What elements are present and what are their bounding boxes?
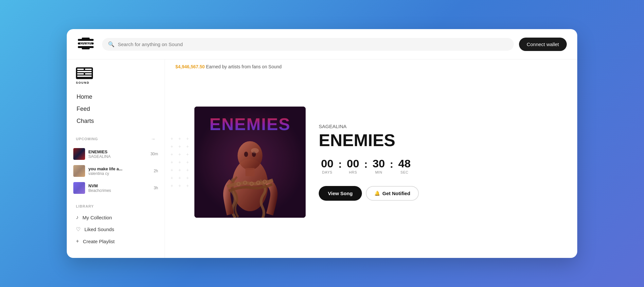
nav-items: Home Feed Charts <box>67 91 165 127</box>
connect-wallet-button[interactable]: Connect wallet <box>519 38 567 51</box>
upcoming-time-enemies: 30m <box>151 152 158 156</box>
plus-icon: + <box>76 238 79 244</box>
dot: + <box>170 176 173 179</box>
library-label: LIBRARY <box>67 203 165 211</box>
upcoming-artist-enemies: SAGEALINA <box>88 154 147 159</box>
dots-row-7: + + + <box>170 184 189 187</box>
svg-rect-3 <box>82 38 90 40</box>
dot: + <box>170 168 173 172</box>
upcoming-info-enemies: ENEMIES SAGEALINA <box>88 149 147 159</box>
content-area: $4,946,567.50 Earned by artists from fan… <box>165 59 577 258</box>
upcoming-label: UPCOMING <box>76 137 98 141</box>
dot: + <box>170 184 173 187</box>
nav-item-charts[interactable]: Charts <box>73 115 158 127</box>
countdown-days: 00 DAYS <box>319 158 336 174</box>
upcoming-list: ENEMIES SAGEALINA 30m you make life a...… <box>67 145 165 196</box>
dot: + <box>186 160 189 164</box>
music-note-icon: ♪ <box>76 214 79 220</box>
library-item-collection[interactable]: ♪ My Collection <box>67 211 165 223</box>
upcoming-item-nvm[interactable]: NVM Beachcrimes 3h <box>67 179 165 196</box>
dots-row-1: + + + <box>170 137 189 140</box>
dot: + <box>170 145 173 148</box>
upcoming-item-enemies[interactable]: ENEMIES SAGEALINA 30m <box>67 145 165 162</box>
dot: + <box>170 153 173 156</box>
dots-row-4: + + + <box>170 160 189 164</box>
dot: + <box>170 160 173 164</box>
dot: + <box>178 153 181 156</box>
countdown: 00 DAYS : 00 HRS : 30 MIN : <box>319 158 564 174</box>
logo: SOUND <box>77 37 94 51</box>
dot: + <box>178 145 181 148</box>
song-info: SAGEALINA ENEMIES 00 DAYS : 00 HRS <box>306 74 577 250</box>
main-content: S SOUND Home Feed Charts UPCOMING → ENEM… <box>67 59 577 258</box>
earnings-description-text: Earned by artists from fans on Sound <box>206 64 281 69</box>
dots-row-2: + + + <box>170 145 189 148</box>
dot: + <box>186 145 189 148</box>
upcoming-time-nvm: 3h <box>154 186 158 190</box>
action-buttons: View Song 🔔 Get Notified <box>319 186 564 201</box>
search-input[interactable] <box>118 42 508 47</box>
upcoming-title-enemies: ENEMIES <box>88 149 147 154</box>
upcoming-info-nvm: NVM Beachcrimes <box>88 183 151 193</box>
countdown-sep-2: : <box>363 158 369 170</box>
top-bar: SOUND 🔍 Connect wallet <box>67 29 577 59</box>
heart-icon: ♡ <box>76 226 80 232</box>
earnings-amount: $4,946,567.50 <box>175 64 205 69</box>
upcoming-item-youmake[interactable]: you make life a... valentina cy 2h <box>67 162 165 179</box>
dot: + <box>186 168 189 172</box>
featured-area: + + + + + + + + + + <box>165 74 577 258</box>
dot: + <box>186 137 189 140</box>
dot: + <box>178 184 181 187</box>
countdown-sep-1: : <box>337 158 343 170</box>
nav-item-feed[interactable]: Feed <box>73 103 158 115</box>
album-art-title: ENEMIES <box>194 114 306 134</box>
get-notified-label: Get Notified <box>383 191 410 196</box>
dot: + <box>178 137 181 140</box>
countdown-hrs-value: 00 <box>345 158 362 169</box>
sidebar: S SOUND Home Feed Charts UPCOMING → ENEM… <box>67 59 165 258</box>
svg-rect-12 <box>77 76 92 77</box>
bell-icon: 🔔 <box>374 191 380 196</box>
countdown-min: 30 MIN <box>370 158 387 174</box>
upcoming-artist-youmake: valentina cy <box>88 171 151 176</box>
dot: + <box>186 153 189 156</box>
countdown-days-label: DAYS <box>319 170 336 174</box>
song-artist: SAGEALINA <box>319 124 564 129</box>
sidebar-logo-area: S SOUND <box>67 67 165 91</box>
dot: + <box>178 176 181 179</box>
svg-text:S: S <box>84 71 85 73</box>
song-title: ENEMIES <box>319 132 564 149</box>
album-art: ENEMIES <box>194 107 306 218</box>
countdown-sec-value: 48 <box>396 158 413 169</box>
get-notified-button[interactable]: 🔔 Get Notified <box>366 186 419 201</box>
upcoming-thumb-youmake <box>73 165 85 177</box>
earnings-bar: $4,946,567.50 Earned by artists from fan… <box>165 59 577 74</box>
app-container: SOUND 🔍 Connect wallet <box>67 29 577 258</box>
upcoming-header: UPCOMING → <box>67 136 165 145</box>
upcoming-title-youmake: you make life a... <box>88 166 151 171</box>
svg-text:SOUND: SOUND <box>80 42 92 46</box>
countdown-min-label: MIN <box>370 170 387 174</box>
library-item-liked[interactable]: ♡ Liked Sounds <box>67 223 165 235</box>
dots-row-3: + + + <box>170 153 189 156</box>
upcoming-thumb-nvm <box>73 182 85 194</box>
nav-item-home[interactable]: Home <box>73 91 158 103</box>
sound-logo-icon: SOUND <box>77 37 94 50</box>
upcoming-arrow-icon[interactable]: → <box>151 136 155 142</box>
countdown-days-value: 00 <box>319 158 336 169</box>
countdown-hrs: 00 HRS <box>345 158 362 174</box>
countdown-sep-3: : <box>388 158 395 170</box>
upcoming-artist-nvm: Beachcrimes <box>88 188 151 193</box>
library-liked-label: Liked Sounds <box>84 227 114 232</box>
search-icon: 🔍 <box>108 41 115 47</box>
upcoming-time-youmake: 2h <box>154 169 158 173</box>
dot: + <box>186 176 189 179</box>
countdown-min-value: 30 <box>370 158 387 169</box>
svg-rect-11 <box>85 73 92 75</box>
dot: + <box>170 137 173 140</box>
dots-row-6: + + + <box>170 176 189 179</box>
library-item-playlist[interactable]: + Create Playlist <box>67 235 165 247</box>
view-song-button[interactable]: View Song <box>319 186 362 201</box>
sound-wordmark: SOUND <box>76 81 155 84</box>
search-bar[interactable]: 🔍 <box>102 38 514 51</box>
